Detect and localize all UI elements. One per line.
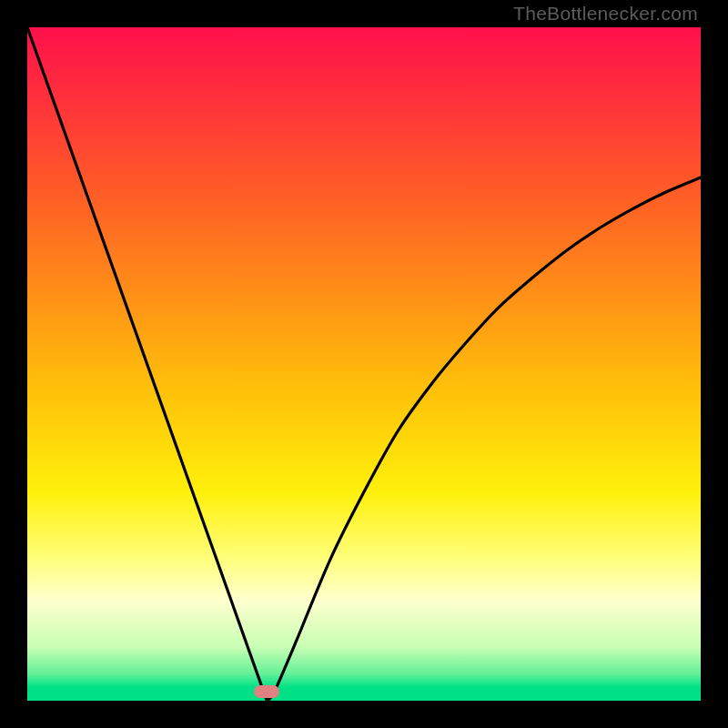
bottleneck-curve — [27, 27, 701, 701]
watermark-text: TheBottlenecker.com — [513, 3, 698, 25]
minimum-marker — [254, 685, 279, 698]
chart-frame: TheBottlenecker.com — [0, 0, 728, 728]
plot-area — [27, 27, 701, 701]
